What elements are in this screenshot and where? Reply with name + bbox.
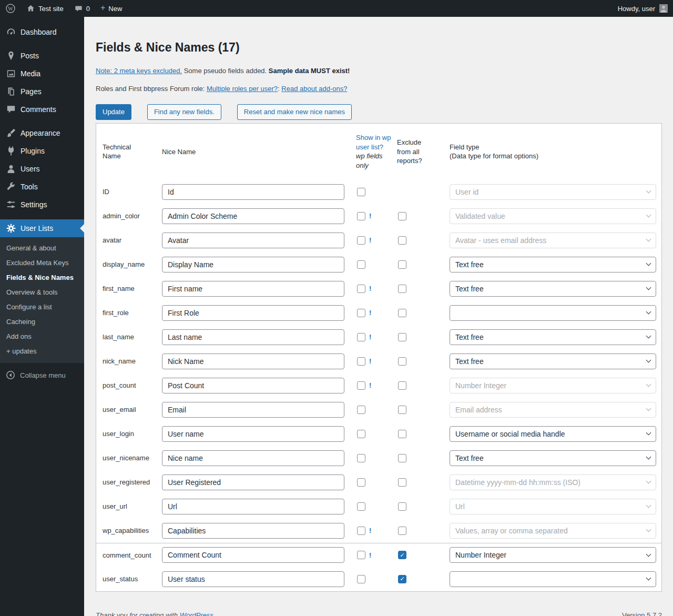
show-in-list-checkbox[interactable]: [357, 502, 365, 511]
field-type-select[interactable]: Username or social media handle: [450, 426, 656, 442]
exclude-checkbox[interactable]: [398, 212, 406, 220]
exclude-checkbox[interactable]: ✓: [398, 575, 406, 583]
find-new-fields-button[interactable]: Find any new fields.: [147, 104, 221, 120]
wordpress-logo-menu[interactable]: W: [0, 0, 21, 17]
show-in-list-checkbox[interactable]: [357, 381, 365, 390]
sidebar-item-dashboard[interactable]: Dashboard: [0, 23, 84, 41]
submenu-item-overview-tools[interactable]: Overview & tools: [0, 285, 84, 300]
nice-name-input[interactable]: [162, 354, 344, 369]
show-in-list-checkbox[interactable]: [357, 527, 365, 535]
exclude-checkbox[interactable]: [398, 285, 406, 293]
sidebar-item-media[interactable]: Media: [0, 65, 84, 83]
exclude-checkbox[interactable]: [398, 260, 406, 269]
show-in-list-checkbox[interactable]: [357, 454, 365, 462]
wordpress-link[interactable]: WordPress: [180, 611, 213, 616]
show-in-list-checkbox[interactable]: [357, 285, 365, 293]
meta-keys-excluded-link[interactable]: Note: 2 meta keys excluded.: [96, 67, 182, 75]
update-button[interactable]: Update: [96, 104, 131, 120]
sidebar-item-posts[interactable]: Posts: [0, 47, 84, 65]
submenu-item-fields-nice-names[interactable]: Fields & Nice Names: [0, 270, 84, 285]
nice-name-input[interactable]: [162, 426, 344, 442]
field-type-select[interactable]: Text free: [450, 354, 656, 369]
site-name-link[interactable]: Test site: [21, 0, 69, 17]
read-about-addons-link[interactable]: Read about add-ons?: [281, 85, 347, 93]
show-in-list-checkbox[interactable]: [357, 430, 365, 438]
field-type-select[interactable]: Datetime yyyy-mm-dd hh:mm:ss (ISO): [450, 474, 656, 490]
show-in-list-checkbox[interactable]: [357, 212, 365, 220]
field-type-select[interactable]: Text free: [450, 329, 656, 345]
submenu-item-add-ons[interactable]: Add ons: [0, 329, 84, 344]
field-type-select[interactable]: User id: [450, 184, 656, 200]
nice-name-input[interactable]: [162, 523, 344, 539]
nice-name-input[interactable]: [162, 257, 344, 272]
field-type-select[interactable]: Validated value: [450, 208, 656, 224]
submenu-item-general-about[interactable]: General & about: [0, 241, 84, 256]
multiple-roles-link[interactable]: Multiple roles per user?: [207, 85, 278, 93]
exclude-checkbox[interactable]: [398, 478, 406, 487]
field-type-select[interactable]: Avatar - uses email address: [450, 233, 656, 248]
show-in-list-checkbox[interactable]: [357, 357, 365, 366]
nice-name-input[interactable]: [162, 378, 344, 393]
exclude-checkbox[interactable]: [398, 454, 406, 462]
nice-name-input[interactable]: [162, 208, 344, 224]
submenu-item-cacheing[interactable]: Cacheing: [0, 315, 84, 329]
nice-name-input[interactable]: [162, 329, 344, 345]
nice-name-input[interactable]: [162, 281, 344, 297]
show-in-list-checkbox[interactable]: [357, 260, 365, 269]
field-type-select[interactable]: Values, array or comma separated: [450, 523, 656, 539]
comments-admin-bar-link[interactable]: 0: [69, 0, 95, 17]
field-type-select[interactable]: Number Integer: [450, 378, 656, 393]
submenu-item-updates[interactable]: + updates: [0, 344, 84, 359]
sidebar-item-user-lists[interactable]: User Lists: [0, 219, 84, 237]
submenu-item-excluded-meta-keys[interactable]: Excluded Meta Keys: [0, 256, 84, 270]
nice-name-input[interactable]: [162, 474, 344, 490]
show-in-list-checkbox[interactable]: [357, 551, 365, 559]
new-content-link[interactable]: + New: [95, 0, 127, 17]
show-in-list-checkbox[interactable]: [357, 309, 365, 317]
show-in-list-checkbox[interactable]: [357, 333, 365, 341]
show-in-list-checkbox[interactable]: [357, 406, 365, 414]
sidebar-item-plugins[interactable]: Plugins: [0, 142, 84, 160]
nice-name-input[interactable]: [162, 547, 344, 563]
field-type-select[interactable]: Text free: [450, 450, 656, 466]
submenu-item-configure-a-list[interactable]: Configure a list: [0, 300, 84, 315]
show-in-list-header-link[interactable]: Show in wp user list?: [356, 133, 394, 152]
field-type-select[interactable]: Text free: [450, 257, 656, 272]
exclude-checkbox[interactable]: [398, 527, 406, 535]
sidebar-item-comments[interactable]: Comments: [0, 100, 84, 118]
nice-name-input[interactable]: [162, 571, 344, 587]
show-in-list-checkbox[interactable]: [357, 188, 365, 196]
exclude-checkbox[interactable]: [398, 502, 406, 511]
exclude-checkbox[interactable]: [398, 406, 406, 414]
field-type-select[interactable]: [450, 305, 656, 321]
collapse-menu-button[interactable]: Collapse menu: [0, 366, 84, 384]
exclude-checkbox[interactable]: ✓: [398, 551, 406, 559]
nice-name-input[interactable]: [162, 184, 344, 200]
nice-name-input[interactable]: [162, 499, 344, 514]
show-in-list-checkbox[interactable]: [357, 478, 365, 487]
exclude-checkbox[interactable]: [398, 357, 406, 366]
nice-name-input[interactable]: [162, 450, 344, 466]
field-type-select[interactable]: Number Integer: [450, 547, 656, 563]
field-type-select[interactable]: Url: [450, 499, 656, 514]
field-type-select[interactable]: Text free: [450, 281, 656, 297]
field-type-select[interactable]: [450, 571, 656, 587]
reset-nice-names-button[interactable]: Reset and make new nice names: [237, 104, 352, 120]
sidebar-item-settings[interactable]: Settings: [0, 196, 84, 214]
sidebar-item-users[interactable]: Users: [0, 160, 84, 178]
nice-name-input[interactable]: [162, 402, 344, 418]
show-in-list-checkbox[interactable]: [357, 575, 365, 583]
show-in-list-checkbox[interactable]: [357, 236, 365, 245]
sidebar-item-pages[interactable]: Pages: [0, 83, 84, 100]
exclude-checkbox[interactable]: [398, 236, 406, 245]
exclude-checkbox[interactable]: [398, 333, 406, 341]
exclude-checkbox[interactable]: [398, 381, 406, 390]
sidebar-item-appearance[interactable]: Appearance: [0, 124, 84, 142]
field-type-select[interactable]: Email address: [450, 402, 656, 418]
nice-name-input[interactable]: [162, 233, 344, 248]
nice-name-input[interactable]: [162, 305, 344, 321]
exclude-checkbox[interactable]: [398, 309, 406, 317]
exclude-checkbox[interactable]: [398, 430, 406, 438]
sidebar-item-tools[interactable]: Tools: [0, 178, 84, 196]
howdy-account-menu[interactable]: Howdy, user: [613, 0, 673, 17]
